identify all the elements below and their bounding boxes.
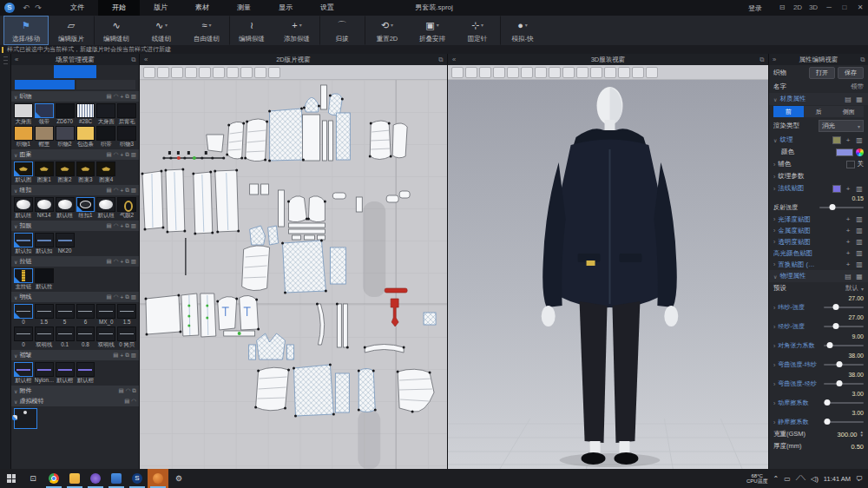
chevron-down-icon[interactable]: ▾: [299, 22, 302, 28]
fabric-swatch[interactable]: ZD670: [56, 103, 75, 125]
taskbar-style3d-icon[interactable]: S: [127, 469, 148, 488]
slider-track[interactable]: [824, 345, 864, 346]
topstitch-swatch[interactable]: 6: [76, 304, 95, 326]
taskbar-settings-icon[interactable]: ⚙: [168, 469, 189, 488]
cloud-icon[interactable]: ◠: [114, 187, 119, 194]
delete-icon[interactable]: ▥: [855, 227, 864, 234]
slider-handle[interactable]: [833, 304, 839, 310]
ribbon-tool-button[interactable]: ≀ 编辑假缝: [229, 16, 274, 45]
login-button[interactable]: 登录: [748, 3, 762, 13]
zipper-swatch[interactable]: 默认拉: [35, 268, 54, 290]
expand-icon[interactable]: ›: [773, 261, 775, 267]
topstitch-swatch[interactable]: 1.5: [35, 304, 54, 326]
add-icon[interactable]: +: [844, 227, 852, 234]
garment-3d-canvas[interactable]: [448, 80, 768, 469]
face-tab-back[interactable]: 后: [804, 106, 834, 117]
pleat-swatch[interactable]: 默认褶: [76, 362, 95, 384]
topstitch-swatch[interactable]: 5: [56, 304, 75, 326]
button-swatch[interactable]: NK14: [35, 197, 54, 219]
slider-handle[interactable]: [825, 419, 831, 425]
pattern-swatch[interactable]: 图案3: [76, 162, 95, 183]
pleat-section-header[interactable]: ∨ 褶皱 ▤+⧉▥: [11, 350, 139, 360]
redo-icon[interactable]: ↷: [32, 3, 44, 12]
ribbon-tool-button[interactable]: ∿ 编辑缝纫: [94, 16, 139, 45]
button-swatch[interactable]: 纽扣1: [76, 197, 95, 219]
ribbon-tool-button[interactable]: ∿ ▾ 线缝纫: [139, 16, 184, 45]
topstitch-swatch[interactable]: 0.1: [56, 326, 75, 348]
chevron-down-icon[interactable]: ▾: [209, 22, 212, 28]
cloud-icon[interactable]: ◠: [114, 293, 119, 300]
add-icon[interactable]: +: [120, 94, 123, 100]
slider-handle[interactable]: [825, 399, 831, 406]
chevron-down-icon[interactable]: ▾: [165, 22, 168, 28]
save-icon[interactable]: ▦: [855, 273, 864, 280]
topstitch-swatch[interactable]: 双明线: [35, 326, 54, 348]
cloud-icon[interactable]: ◠: [114, 222, 119, 229]
ribbon-tool-button[interactable]: ▱ 编辑版片: [49, 16, 94, 45]
fabric-swatch[interactable]: #28C: [76, 103, 95, 125]
topstitch-swatch[interactable]: 0: [14, 304, 33, 326]
chevron-down-icon[interactable]: ▾: [861, 286, 864, 292]
fabric-swatch[interactable]: 织物1: [14, 126, 33, 148]
delete-icon[interactable]: ▥: [131, 187, 136, 194]
slider-handle[interactable]: [836, 380, 842, 386]
ribbon-tool-button[interactable]: ● ▾ 模拟-快: [500, 16, 545, 45]
pleat-swatch[interactable]: Nylon…: [35, 362, 54, 384]
collapse-panel-icon[interactable]: «: [11, 56, 22, 63]
collapse-icon[interactable]: ∨: [14, 399, 17, 405]
ribbon-tool-button[interactable]: ≈ ▾ 自由缝纫: [184, 16, 229, 45]
view-3d-tool-icon[interactable]: [521, 67, 533, 78]
copy-icon[interactable]: ⧉: [132, 387, 136, 394]
pleat-swatch[interactable]: 默认褶: [56, 362, 75, 384]
menu-home[interactable]: 开始: [98, 0, 140, 16]
pleat-swatch[interactable]: 默认褶: [14, 362, 33, 384]
expand-icon[interactable]: ›: [773, 162, 775, 168]
zipper-section-header[interactable]: ∨ 拉链 ▤◠+⧉▥: [11, 256, 139, 267]
pattern-canvas[interactable]: [140, 80, 447, 469]
material-subtab[interactable]: [76, 80, 136, 89]
normal-map-swatch[interactable]: [832, 185, 841, 193]
pattern-section-header[interactable]: ∨ 图案 ▤◠+⧉▥: [11, 149, 139, 160]
collapsed-panel-strip[interactable]: [0, 54, 11, 469]
ribbon-tool-button[interactable]: ⚑ 选择/移动: [3, 16, 49, 45]
ribbon-tool-button[interactable]: ▣ ▾ 折叠安排: [410, 16, 455, 45]
weight-value[interactable]: 300.00: [838, 431, 858, 439]
folder-icon[interactable]: ▤: [124, 398, 129, 405]
folder-icon[interactable]: ▤: [113, 352, 118, 359]
weight-stepper[interactable]: ▲▼: [860, 431, 864, 438]
expand-icon[interactable]: ›: [773, 343, 775, 349]
copy-icon[interactable]: ⧉: [125, 293, 129, 300]
expand-icon[interactable]: ›: [773, 400, 775, 406]
view-2d-tool-icon[interactable]: [254, 67, 266, 78]
folder-icon[interactable]: ▤: [107, 93, 112, 100]
view-2d-tool-icon[interactable]: [199, 67, 211, 78]
face-tab-side[interactable]: 侧面: [833, 106, 864, 117]
delete-icon[interactable]: ▥: [855, 136, 864, 144]
slider-track[interactable]: [824, 402, 864, 404]
topstitch-section-header[interactable]: ∨ 明线 ▤◠+⧉▥: [11, 292, 139, 302]
fabric-swatch[interactable]: 后背毛: [117, 103, 136, 125]
collapse-panel-icon[interactable]: «: [140, 56, 152, 63]
fabric-swatch[interactable]: 包边条: [76, 126, 95, 148]
taskbar-app-purple-icon[interactable]: [85, 469, 106, 488]
delete-icon[interactable]: ▥: [131, 222, 136, 229]
view-3d-tool-icon[interactable]: [590, 67, 602, 78]
copy-icon[interactable]: ⧉: [125, 151, 129, 158]
open-button[interactable]: 打开: [809, 67, 835, 79]
collapse-icon[interactable]: ∨: [773, 274, 777, 280]
menu-measure[interactable]: 测量: [223, 0, 265, 16]
view-3d-tool-icon[interactable]: [465, 67, 477, 78]
chevron-down-icon[interactable]: ▾: [481, 22, 483, 28]
app-logo-icon[interactable]: S: [4, 3, 15, 13]
popout-icon[interactable]: ⧉: [858, 56, 868, 64]
add-icon[interactable]: +: [844, 185, 852, 193]
folder-icon[interactable]: ▤: [107, 293, 112, 300]
copy-icon[interactable]: ⧉: [125, 93, 129, 100]
collapse-panel-icon[interactable]: »: [769, 56, 779, 63]
delete-icon[interactable]: ▥: [131, 93, 136, 100]
folder-icon[interactable]: ▤: [107, 151, 112, 158]
ribbon-tool-button[interactable]: + ▾ 添加假缝: [274, 16, 319, 45]
add-icon[interactable]: +: [120, 152, 123, 158]
view-2d-tool-icon[interactable]: [268, 67, 280, 78]
view-3d-tool-icon[interactable]: [576, 67, 589, 78]
